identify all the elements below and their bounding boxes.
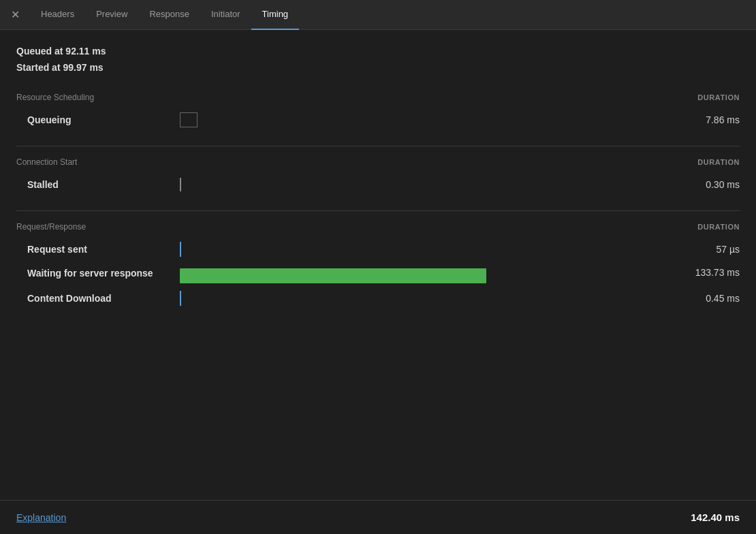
section-request-response-header: Request/Response DURATION: [16, 222, 740, 232]
tab-headers-label: Headers: [41, 9, 74, 19]
started-at: Started at 99.97 ms: [16, 60, 740, 76]
queued-at: Queued at 92.11 ms: [16, 44, 740, 60]
section-connection-start: Connection Start DURATION Stalled 0.30 m…: [16, 157, 740, 197]
tab-initiator-label: Initiator: [211, 9, 240, 19]
row-content-download: Content Download 0.45 ms: [16, 286, 740, 311]
bar-content-download: [180, 291, 181, 306]
close-icon: ✕: [11, 8, 20, 21]
row-stalled: Stalled 0.30 ms: [16, 172, 740, 197]
section-connection-start-duration-label: DURATION: [697, 158, 740, 166]
row-queueing-bar-area: [180, 112, 658, 128]
section-resource-scheduling-title: Resource Scheduling: [16, 93, 94, 102]
tab-response-label: Response: [149, 9, 189, 19]
row-stalled-label: Stalled: [16, 179, 180, 190]
tab-preview[interactable]: Preview: [85, 0, 138, 30]
row-waiting-label: Waiting for server response: [16, 267, 180, 281]
row-waiting-duration: 133.73 ms: [658, 267, 740, 278]
tab-timing[interactable]: Timing: [251, 0, 300, 30]
timing-content: Queued at 92.11 ms Started at 99.97 ms R…: [0, 30, 756, 338]
bar-stalled: [180, 178, 181, 191]
tab-initiator[interactable]: Initiator: [200, 0, 251, 30]
bar-queueing: [180, 112, 198, 127]
section-request-response: Request/Response DURATION Request sent 5…: [16, 222, 740, 311]
divider-1: [16, 146, 740, 146]
total-duration: 142.40 ms: [691, 512, 740, 523]
footer: Explanation 142.40 ms: [0, 500, 756, 534]
explanation-link[interactable]: Explanation: [16, 512, 66, 523]
row-stalled-duration: 0.30 ms: [658, 179, 740, 190]
row-request-sent: Request sent 57 µs: [16, 237, 740, 262]
row-request-sent-duration: 57 µs: [658, 244, 740, 255]
section-request-response-duration-label: DURATION: [697, 223, 740, 231]
row-waiting-bar-area: [180, 267, 658, 283]
tab-headers[interactable]: Headers: [30, 0, 85, 30]
section-resource-scheduling-duration-label: DURATION: [697, 93, 740, 101]
section-resource-scheduling-header: Resource Scheduling DURATION: [16, 93, 740, 102]
row-request-sent-label: Request sent: [16, 244, 180, 255]
close-button[interactable]: ✕: [5, 5, 25, 25]
tab-bar: ✕ Headers Preview Response Initiator Tim…: [0, 0, 756, 30]
row-content-download-duration: 0.45 ms: [658, 293, 740, 304]
row-stalled-bar-area: [180, 176, 658, 193]
tab-response[interactable]: Response: [138, 0, 200, 30]
row-queueing-duration: 7.86 ms: [658, 114, 740, 125]
bar-request-sent: [180, 242, 181, 257]
section-connection-start-header: Connection Start DURATION: [16, 157, 740, 167]
bar-waiting: [180, 268, 486, 283]
section-connection-start-title: Connection Start: [16, 157, 77, 167]
row-content-download-bar-area: [180, 290, 658, 307]
tab-preview-label: Preview: [96, 9, 127, 19]
row-queueing-label: Queueing: [16, 114, 180, 125]
row-request-sent-bar-area: [180, 241, 658, 257]
divider-2: [16, 210, 740, 211]
row-content-download-label: Content Download: [16, 293, 180, 304]
row-queueing: Queueing 7.86 ms: [16, 108, 740, 132]
section-request-response-title: Request/Response: [16, 222, 86, 232]
section-resource-scheduling: Resource Scheduling DURATION Queueing 7.…: [16, 93, 740, 132]
tab-timing-label: Timing: [262, 9, 289, 19]
meta-info: Queued at 92.11 ms Started at 99.97 ms: [16, 44, 740, 76]
row-waiting: Waiting for server response 133.73 ms: [16, 262, 740, 286]
